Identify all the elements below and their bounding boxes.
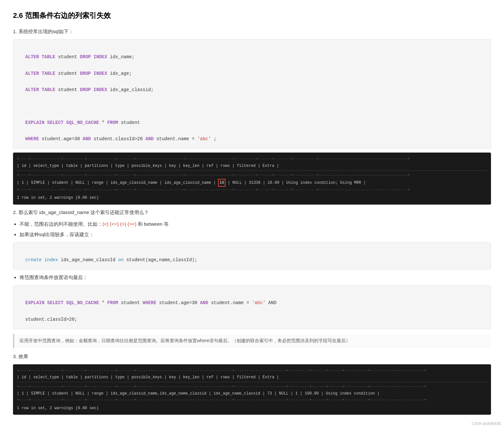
section-1-label: 1. 系统经常出现的sql如下： bbox=[13, 28, 491, 35]
terminal-block-2: +----+-------------+---------+----------… bbox=[13, 364, 491, 415]
terminal-block-1: +----+-------------+---------+----------… bbox=[13, 153, 491, 204]
terminal-2-header: | id | select_type | table | partitions … bbox=[17, 374, 487, 382]
terminal-2-separator-mid: +----+-------------+---------+----------… bbox=[17, 383, 487, 390]
code-block-1: ALTER TABLE student DROP INDEX idx_name;… bbox=[13, 39, 491, 149]
code-block-2: create index idx_age_name_classId on stu… bbox=[13, 242, 491, 270]
terminal-1-header: | id | select_type | table | partitions … bbox=[17, 163, 487, 171]
page-title: 2.6 范围条件右边的列索引失效 bbox=[13, 10, 491, 21]
code-block-3: EXPLAIN SELECT SQL_NO_CACHE * FROM stude… bbox=[13, 285, 491, 329]
terminal-2-separator-top: +----+-------------+---------+----------… bbox=[17, 368, 487, 374]
bullet-item-2: 如果这种sql出现较多，应该建立： bbox=[19, 231, 491, 238]
section-3-label: 3. 效果 bbox=[13, 353, 491, 360]
bullet-list-1: 不能，范围右边的列不能使用。比如：(<) (<=) (>) (>=) 和 bet… bbox=[19, 220, 491, 238]
bullet-item-1: 不能，范围右边的列不能使用。比如：(<) (<=) (>) (>=) 和 bet… bbox=[19, 220, 491, 228]
terminal-2-row: | 1 | SIMPLE | student | NULL | range | … bbox=[17, 390, 487, 397]
note-block: 应用开发中范围查询，例如：金额查询，日期查询往往都是范围查询。应将查询条件放置w… bbox=[13, 334, 491, 348]
terminal-2-footer: 1 row in set, 2 warnings (0.00 sec) bbox=[17, 405, 487, 411]
bullet-list-2: 将范围查询条件放置语句最后： bbox=[19, 274, 491, 281]
terminal-1-separator-top: +----+-------------+---------+----------… bbox=[17, 156, 487, 162]
terminal-1-separator-bot: +----+-------------+---------+----------… bbox=[17, 187, 487, 193]
terminal-1-footer: 1 row in set, 2 warnings (0.00 sec) bbox=[17, 195, 487, 201]
watermark: CSDN @赤呐的我 bbox=[472, 421, 501, 427]
bullet-item-3: 将范围查询条件放置语句最后： bbox=[19, 274, 491, 281]
terminal-2-separator-bot: +----+-------------+---------+----------… bbox=[17, 397, 487, 403]
terminal-1-row: | 1 | SIMPLE | student | NULL | range | … bbox=[17, 179, 487, 187]
section-2-label: 2. 那么索引 idx_age_classId_name 这个索引还能正常使用么… bbox=[13, 208, 491, 216]
terminal-1-separator-mid: +----+-------------+---------+----------… bbox=[17, 172, 487, 179]
